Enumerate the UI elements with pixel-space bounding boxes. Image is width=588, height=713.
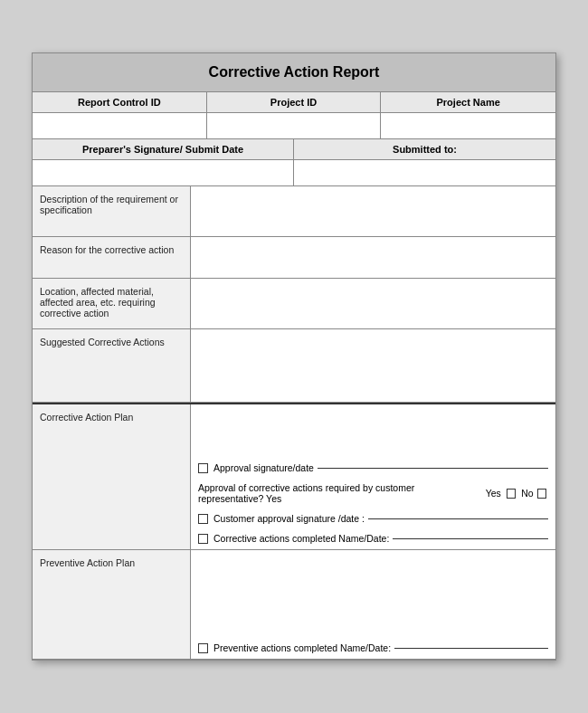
preventive-spacer xyxy=(198,556,548,633)
preventive-plan-row: Preventive Action Plan Preventive action… xyxy=(33,550,555,660)
submitted-to-header: Submitted to: xyxy=(294,139,555,159)
description-row: Description of the requirement or specif… xyxy=(33,186,555,237)
id-data-row xyxy=(33,113,555,139)
approval-sig-line: Approval signature/date xyxy=(198,462,548,473)
corrective-plan-row: Corrective Action Plan Approval signatur… xyxy=(33,404,555,550)
report-title: Corrective Action Report xyxy=(33,53,555,92)
signature-headers: Preparer's Signature/ Submit Date Submit… xyxy=(33,139,555,160)
no-label: No xyxy=(521,488,533,499)
preventive-completed-label: Preventive actions completed Name/Date: xyxy=(213,642,391,653)
customer-sig-line: Customer approval signature /date : xyxy=(198,513,548,524)
reason-label: Reason for the corrective action xyxy=(33,237,191,278)
customer-sig-label: Customer approval signature /date : xyxy=(213,513,365,524)
description-label: Description of the requirement or specif… xyxy=(33,186,191,236)
suggested-label: Suggested Corrective Actions xyxy=(33,329,191,402)
suggested-row: Suggested Corrective Actions xyxy=(33,329,555,403)
project-id-value[interactable] xyxy=(207,113,382,138)
reason-value[interactable] xyxy=(191,237,555,278)
customer-sig-underline[interactable] xyxy=(368,518,548,519)
report-control-id-value[interactable] xyxy=(33,113,207,138)
location-row: Location, affected material, affected ar… xyxy=(33,279,555,329)
customer-required-label: Approval of corrective actions required … xyxy=(198,482,480,504)
preventive-plan-label: Preventive Action Plan xyxy=(33,550,191,659)
approval-sig-label: Approval signature/date xyxy=(213,462,314,473)
corrective-completed-line: Corrective actions completed Name/Date: xyxy=(198,533,548,544)
column-headers: Report Control ID Project ID Project Nam… xyxy=(33,92,555,113)
description-value[interactable] xyxy=(191,186,555,236)
suggested-value[interactable] xyxy=(191,329,555,402)
submitted-to-value[interactable] xyxy=(294,160,555,185)
corrective-action-report: Corrective Action Report Report Control … xyxy=(32,52,556,661)
approval-sig-underline[interactable] xyxy=(318,468,548,469)
preparer-sig-value[interactable] xyxy=(33,160,294,185)
approval-checkbox[interactable] xyxy=(198,463,208,473)
location-label: Location, affected material, affected ar… xyxy=(33,279,191,328)
location-value[interactable] xyxy=(191,279,555,328)
corrective-completed-label: Corrective actions completed Name/Date: xyxy=(213,533,389,544)
preventive-completed-line: Preventive actions completed Name/Date: xyxy=(198,642,548,653)
corrective-completed-underline[interactable] xyxy=(393,538,548,539)
preventive-plan-content: Preventive actions completed Name/Date: xyxy=(191,550,555,659)
reason-row: Reason for the corrective action xyxy=(33,237,555,279)
preventive-completed-underline[interactable] xyxy=(394,648,548,649)
project-id-header: Project ID xyxy=(207,92,382,112)
project-name-header: Project Name xyxy=(381,92,555,112)
corrective-completed-checkbox[interactable] xyxy=(198,534,208,544)
corrective-plan-label: Corrective Action Plan xyxy=(33,404,191,549)
corrective-spacer xyxy=(198,410,548,453)
customer-required-line: Approval of corrective actions required … xyxy=(198,482,548,504)
yes-checkbox[interactable] xyxy=(507,489,516,499)
no-checkbox[interactable] xyxy=(537,489,546,499)
preventive-completed-checkbox[interactable] xyxy=(198,643,208,653)
report-control-id-header: Report Control ID xyxy=(33,92,207,112)
project-name-value[interactable] xyxy=(381,113,555,138)
preparer-sig-header: Preparer's Signature/ Submit Date xyxy=(33,139,294,159)
signature-data-row xyxy=(33,160,555,186)
yes-label: Yes xyxy=(486,488,501,499)
corrective-plan-content: Approval signature/date Approval of corr… xyxy=(191,404,555,549)
customer-sig-checkbox[interactable] xyxy=(198,514,208,524)
